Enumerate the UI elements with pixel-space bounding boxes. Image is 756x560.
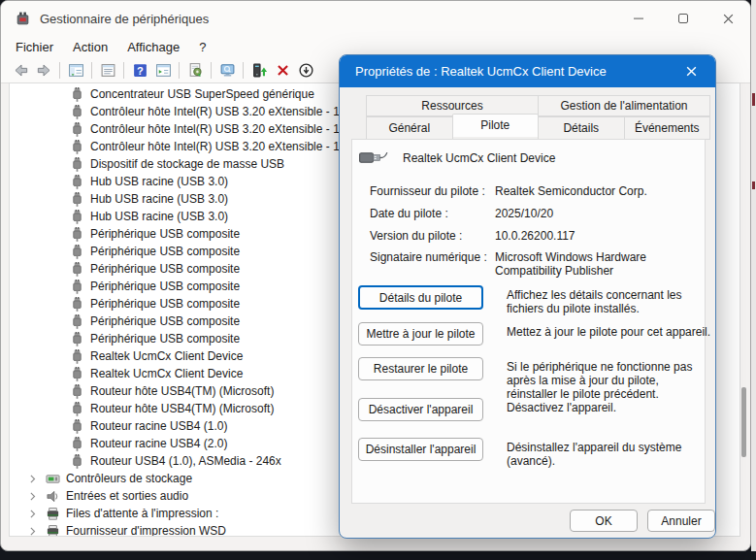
help-icon[interactable]: ? — [130, 61, 149, 81]
usb-icon — [70, 280, 84, 294]
remote-computer-icon[interactable] — [217, 61, 237, 81]
svg-text:?: ? — [137, 65, 144, 77]
tree-item-label: Files d'attente à l'impression : — [66, 505, 218, 522]
action-disable-device: Désactiver l'appareil Désactivez l'appar… — [358, 398, 712, 421]
tree-item-label: Contrôleur hôte Intel(R) USB 3.20 eXtens… — [90, 103, 355, 120]
menu-action[interactable]: Action — [63, 38, 117, 56]
tree-item-label: Périphérique USB composite — [90, 278, 240, 295]
uninstall-device-button[interactable]: Désinstaller l'appareil — [358, 438, 483, 461]
tree-item-label: Concentrateur USB SuperSpeed générique — [90, 85, 314, 103]
printer-icon — [46, 524, 60, 538]
window-controls — [616, 1, 750, 36]
dialog-title: Propriétés de : Realtek UcmCx Client Dev… — [355, 64, 607, 79]
window-title: Gestionnaire de périphériques — [40, 12, 209, 26]
tree-item-label: Realtek UcmCx Client Device — [90, 365, 243, 382]
minimize-icon[interactable] — [616, 1, 661, 36]
usb-icon — [70, 384, 84, 399]
action-uninstall-device: Désinstaller l'appareil Désinstallez l'a… — [358, 438, 712, 468]
storage-icon — [46, 472, 60, 486]
toolbar-separator — [179, 62, 180, 79]
action-roll-back-driver: Restaurer le pilote Si le périphérique n… — [358, 357, 712, 401]
disable-device-button[interactable]: Désactiver l'appareil — [358, 398, 483, 421]
maximize-icon[interactable] — [661, 1, 706, 36]
device-name: Realtek UcmCx Client Device — [403, 151, 555, 165]
driver-details-button[interactable]: Détails du pilote — [358, 285, 483, 310]
tab-gestion-alimentation[interactable]: Gestion de l'alimentation — [538, 95, 710, 116]
tab-evenements[interactable]: Événements — [624, 116, 711, 140]
show-action-pane-icon[interactable] — [153, 61, 173, 81]
cancel-button[interactable]: Annuler — [647, 510, 715, 532]
background-artifact — [752, 93, 755, 106]
tree-item-label: Contrôleur hôte Intel(R) USB 3.20 eXtens… — [90, 120, 355, 138]
show-console-tree-icon[interactable] — [66, 61, 85, 81]
close-icon[interactable] — [706, 1, 750, 36]
usb-icon — [70, 349, 84, 364]
action-driver-details: Détails du pilote Affichez les détails c… — [358, 285, 712, 315]
field-digital-signer: Signataire numérique : Microsoft Windows… — [370, 250, 707, 278]
usb-icon — [70, 157, 84, 172]
tree-item-label: Contrôleurs de stockage — [66, 470, 192, 487]
background-artifact — [752, 181, 755, 189]
tree-item-label: Routeur USB4 (1.0), ASMedia - 246x — [90, 452, 281, 470]
tree-item-label: Hub USB racine (USB 3.0) — [90, 173, 228, 190]
tree-item-label: Périphérique USB composite — [90, 225, 240, 243]
usb-icon — [70, 192, 84, 207]
tab-pilote[interactable]: Pilote — [452, 114, 540, 137]
menu-help[interactable]: ? — [189, 38, 215, 56]
scan-hardware-changes-icon[interactable] — [185, 61, 205, 81]
tree-item-label: Hub USB racine (USB 3.0) — [90, 190, 228, 208]
properties-dialog: Propriétés de : Realtek UcmCx Client Dev… — [339, 54, 716, 539]
menu-affichage[interactable]: Affichage — [117, 38, 189, 56]
pilote-tab-content: Realtek UcmCx Client Device Fournisseur … — [351, 139, 706, 504]
back-icon[interactable] — [11, 61, 30, 81]
tree-scrollbar[interactable] — [741, 387, 746, 457]
dialog-tabs: Ressources Gestion de l'alimentation Gén… — [366, 95, 709, 140]
usb-icon — [70, 437, 84, 451]
chevron-right-icon[interactable] — [26, 525, 39, 538]
tab-general[interactable]: Général — [366, 116, 453, 140]
toolbar-separator — [91, 62, 92, 79]
screen: Gestionnaire de périphériques Fichier Ac… — [0, 0, 756, 560]
tree-item-label: Fournisseur d'impression WSD — [66, 522, 226, 537]
tree-item-label: Hub USB racine (USB 3.0) — [90, 208, 228, 225]
usb-icon — [70, 367, 84, 381]
tree-item-label: Contrôleur hôte Intel(R) USB 3.20 eXtens… — [90, 138, 355, 155]
update-driver-button[interactable]: Mettre à jour le pilote — [358, 322, 483, 346]
disable-device-icon[interactable] — [296, 61, 315, 81]
ok-button[interactable]: OK — [570, 510, 638, 532]
chevron-right-icon[interactable] — [26, 473, 39, 485]
device-header: Realtek UcmCx Client Device — [358, 148, 555, 169]
usb-icon — [70, 332, 84, 346]
tree-item-label: Realtek UcmCx Client Device — [90, 347, 243, 365]
toolbar-separator — [123, 62, 124, 79]
tree-item-label: Routeur hôte USB4(TM) (Microsoft) — [90, 382, 274, 400]
forward-icon[interactable] — [34, 61, 53, 81]
menu-fichier[interactable]: Fichier — [6, 38, 63, 56]
usb-icon — [70, 262, 84, 277]
tree-item-label: Périphérique USB composite — [90, 313, 240, 330]
tree-item-label: Routeur racine USB4 (1.0) — [90, 417, 227, 435]
update-driver-icon[interactable] — [249, 61, 269, 81]
tree-item-label: Routeur racine USB4 (2.0) — [90, 435, 227, 452]
tab-details[interactable]: Détails — [538, 116, 625, 140]
toolbar-separator — [243, 62, 244, 79]
dialog-close-icon[interactable] — [678, 59, 704, 84]
desktop-right-strip — [751, 0, 756, 551]
roll-back-driver-button[interactable]: Restaurer le pilote — [358, 357, 483, 380]
usb-icon — [70, 122, 84, 137]
usb-icon — [70, 419, 84, 434]
tree-item-label: Périphérique USB composite — [90, 243, 240, 260]
chevron-right-icon[interactable] — [26, 490, 39, 503]
toolbar-separator — [211, 62, 212, 79]
uninstall-device-icon[interactable] — [273, 61, 292, 81]
chevron-right-icon[interactable] — [26, 508, 39, 520]
usb-icon — [70, 402, 84, 416]
usb-icon — [70, 175, 84, 189]
titlebar: Gestionnaire de périphériques — [1, 1, 750, 36]
usb-icon — [70, 297, 84, 312]
properties-icon[interactable] — [98, 61, 117, 81]
audio-icon — [46, 489, 60, 504]
usb-icon — [70, 314, 84, 329]
usb-icon — [70, 87, 84, 102]
usb-icon — [70, 210, 84, 224]
